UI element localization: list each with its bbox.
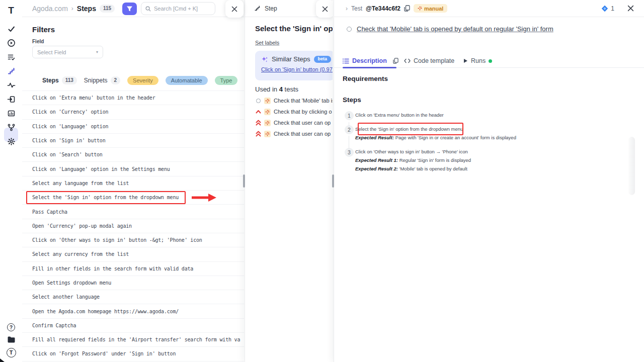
tab-steps-label: Steps (42, 77, 59, 84)
copy-icon (404, 5, 410, 12)
close-steps-panel-card[interactable] (225, 0, 244, 18)
chevron-right-icon: › (346, 5, 348, 12)
step-row[interactable]: Open 'Currency' pop-up modal again (22, 219, 244, 233)
badge-type[interactable]: Type (215, 76, 238, 85)
test-list-item[interactable]: Check that by clicking o (255, 106, 333, 117)
step-row[interactable]: Select any language from the list (22, 176, 244, 191)
test-title-row: Check that 'Mobile' tab is opened by def… (346, 25, 553, 33)
filter-button[interactable] (122, 3, 137, 15)
test-type-label: Test (351, 5, 362, 12)
step-row[interactable]: Click on 'Language' option in the Settin… (22, 162, 244, 176)
funnel-icon (126, 6, 133, 12)
sidebar-item-testplans-icon[interactable] (0, 50, 22, 64)
similar-step-link[interactable]: Click on 'Sign in' button (0.9715 (261, 66, 333, 72)
sidebar-item-reports-icon[interactable] (0, 106, 22, 120)
tab-runs[interactable]: Runs (463, 54, 492, 68)
red-arrow-annotation (191, 193, 216, 202)
header-divider (22, 17, 244, 17)
test-name: Check that user can op (274, 120, 331, 126)
tab-code-template[interactable]: Code template (404, 54, 454, 68)
step-row[interactable]: Open Settings dropdown menu (22, 276, 244, 290)
step-row[interactable]: Click on 'Currency' option (22, 105, 244, 119)
tab-snippets[interactable]: Snippets 2 (84, 76, 120, 84)
test-list-item[interactable]: Check that user can op (255, 128, 333, 139)
step-row[interactable]: Fill in other fields in the search form … (22, 262, 244, 276)
step-row-text: Click on 'Forgot Password' under 'Sign i… (32, 351, 176, 356)
step-row[interactable]: Select any currency from the list (22, 247, 244, 261)
sidebar-item-activity-icon[interactable] (0, 78, 22, 92)
step-text: Click on 'Other ways to sign in' button … (355, 149, 468, 154)
tab-runs-label: Runs (471, 57, 486, 64)
step-row[interactable]: Click on 'Other ways to sign in' button … (22, 233, 244, 247)
close-icon[interactable] (627, 5, 634, 12)
step-row-text: Click on 'Search' button (32, 152, 103, 157)
badge-automatable[interactable]: Automatable (166, 76, 208, 85)
expected-result-text: 'Mobile' tab is opened by default (399, 166, 467, 171)
breadcrumb-section: Steps (77, 5, 96, 13)
step-row-highlighted[interactable]: Select the 'Sign in' option from the dro… (22, 191, 244, 205)
copy-description-icon[interactable] (393, 58, 398, 64)
steps-count-badge: 115 (100, 5, 115, 13)
set-labels-link[interactable]: Set labels (255, 40, 279, 46)
test-panel-header: › Test @Te344c6f2 manual (346, 0, 447, 17)
step-row-text: Select any currency from the list (32, 251, 129, 257)
sidebar-item-settings-icon[interactable] (0, 134, 22, 148)
gem-counter[interactable]: 1 (601, 5, 614, 12)
manual-spark-icon (264, 120, 271, 126)
manual-badge: manual (414, 4, 448, 13)
step-row-text: Select any language from the list (32, 180, 129, 186)
step-row[interactable]: Click on 'Search' button (22, 148, 244, 162)
close-step-panel-card[interactable] (316, 0, 333, 18)
priority-critical-icon (255, 131, 261, 137)
search-box[interactable] (141, 2, 215, 15)
step-row-text: Fill all requiered fields in the 'Airpor… (32, 337, 240, 342)
field-select[interactable]: Select Field ▾ (32, 46, 103, 58)
tab-steps[interactable]: Steps 113 (42, 76, 77, 84)
step-row-text: Open 'Currency' pop-up modal again (32, 223, 132, 229)
app-logo[interactable]: T (0, 3, 22, 17)
breadcrumb: Agoda.com › Steps 115 (32, 0, 115, 17)
badge-severity[interactable]: Severity (127, 76, 158, 85)
expected-result-label: Expected Result 2: (355, 166, 398, 171)
step-row[interactable]: Fill all requiered fields in the 'Airpor… (22, 333, 244, 347)
panel-resize-handle[interactable] (332, 174, 334, 188)
step-panel-header: Step (254, 0, 277, 17)
activity-pulse-icon (7, 81, 16, 89)
sidebar-item-runs-play-icon[interactable] (0, 36, 22, 50)
test-detail-panel: › Test @Te344c6f2 manual 1 Check that 'M… (334, 0, 644, 362)
scrollbar-hint[interactable] (628, 137, 635, 195)
account-logo-icon: T (7, 348, 16, 357)
test-header-right: 1 (601, 0, 634, 17)
gem-icon (601, 5, 608, 12)
sidebar-item-import-icon[interactable] (0, 92, 22, 106)
copy-test-id-button[interactable] (404, 5, 410, 12)
step-row[interactable]: Confirm Captcha (22, 319, 244, 333)
step-text: Select the 'Sign in' option from the dro… (355, 126, 463, 132)
test-title-link[interactable]: Check that 'Mobile' tab is opened by def… (357, 25, 553, 33)
breadcrumb-project[interactable]: Agoda.com (32, 5, 68, 13)
sidebar-item-projects[interactable] (0, 332, 22, 346)
step-row[interactable]: Select another language (22, 290, 244, 304)
field-select-value: Select Field (37, 49, 66, 55)
step-row[interactable]: Click on 'Extra menu' button in the head… (22, 91, 244, 105)
tab-description[interactable]: Description (343, 54, 398, 68)
app-logo-letter: T (8, 6, 14, 15)
sidebar-item-steps-active[interactable] (0, 64, 22, 78)
step-row-text: Click on 'Currency' option (32, 109, 108, 115)
panel-resize-handle[interactable] (243, 174, 245, 188)
test-name: Check that user can op (274, 131, 331, 137)
step-row[interactable]: Click on 'Language' option (22, 120, 244, 134)
test-list-item[interactable]: Check that user can op (255, 117, 333, 128)
step-row[interactable]: Open the Agoda.com homepage https://www.… (22, 304, 244, 318)
search-input[interactable] (154, 6, 209, 12)
sidebar-item-account[interactable]: T (0, 345, 22, 359)
priority-high-icon (255, 110, 261, 114)
step-row[interactable]: Pass Captcha (22, 205, 244, 219)
step-row-text: Click on 'Extra menu' button in the head… (32, 95, 155, 101)
sidebar-item-branches-icon[interactable] (0, 120, 22, 134)
step-row[interactable]: Click on 'Sign in' button (22, 134, 244, 148)
step-row[interactable]: Click on 'Forgot Password' under 'Sign i… (22, 347, 244, 361)
test-list-item[interactable]: Check that 'Mobile' tab is opened by def… (255, 95, 333, 106)
list-check-icon (7, 53, 16, 61)
sidebar-item-tests-check-icon[interactable] (0, 22, 22, 36)
